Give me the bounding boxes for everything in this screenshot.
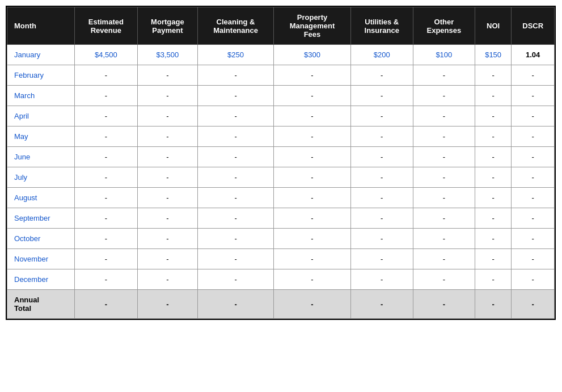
table-row: May-------- bbox=[7, 127, 555, 147]
cell-other_expenses: - bbox=[413, 229, 475, 249]
cell-cleaning_maintenance: - bbox=[197, 127, 273, 147]
cell-annual-utilities_insurance: - bbox=[350, 290, 413, 319]
cell-estimated_revenue: - bbox=[74, 147, 137, 167]
cell-mortgage_payment: - bbox=[137, 249, 197, 269]
cell-month: April bbox=[7, 106, 75, 127]
cell-dscr: - bbox=[512, 269, 555, 290]
header-dscr: DSCR bbox=[512, 7, 555, 45]
cell-other_expenses: - bbox=[413, 127, 475, 147]
cell-noi: - bbox=[475, 86, 511, 106]
cell-month: February bbox=[7, 65, 75, 86]
cell-cleaning_maintenance: - bbox=[197, 188, 273, 208]
cell-utilities_insurance: - bbox=[350, 208, 413, 229]
cell-noi: - bbox=[475, 249, 511, 269]
cell-noi: - bbox=[475, 229, 511, 249]
table-row: August-------- bbox=[7, 188, 555, 208]
cell-estimated_revenue: - bbox=[74, 249, 137, 269]
cell-utilities_insurance: - bbox=[350, 249, 413, 269]
cell-mortgage_payment: $3,500 bbox=[137, 45, 197, 65]
cell-estimated_revenue: $4,500 bbox=[74, 45, 137, 65]
cell-month: October bbox=[7, 229, 75, 249]
table-row: November-------- bbox=[7, 249, 555, 269]
header-month: Month bbox=[7, 7, 75, 45]
cell-property_management_fees: - bbox=[274, 249, 350, 269]
cell-noi: - bbox=[475, 188, 511, 208]
cell-noi: - bbox=[475, 127, 511, 147]
cell-mortgage_payment: - bbox=[137, 208, 197, 229]
cell-property_management_fees: - bbox=[274, 86, 350, 106]
cell-month: December bbox=[7, 269, 75, 290]
cell-property_management_fees: - bbox=[274, 167, 350, 188]
cell-utilities_insurance: - bbox=[350, 86, 413, 106]
cell-utilities_insurance: - bbox=[350, 127, 413, 147]
cell-estimated_revenue: - bbox=[74, 167, 137, 188]
cell-estimated_revenue: - bbox=[74, 229, 137, 249]
cell-utilities_insurance: - bbox=[350, 106, 413, 127]
cell-dscr: - bbox=[512, 147, 555, 167]
cell-noi: - bbox=[475, 106, 511, 127]
cell-month: July bbox=[7, 167, 75, 188]
financial-table: Month EstimatedRevenue MortgagePayment C… bbox=[6, 6, 556, 320]
table-row: October-------- bbox=[7, 229, 555, 249]
cell-cleaning_maintenance: - bbox=[197, 106, 273, 127]
cell-utilities_insurance: - bbox=[350, 167, 413, 188]
cell-mortgage_payment: - bbox=[137, 65, 197, 86]
cell-other_expenses: - bbox=[413, 249, 475, 269]
cell-estimated_revenue: - bbox=[74, 86, 137, 106]
cell-mortgage_payment: - bbox=[137, 127, 197, 147]
cell-annual-estimated_revenue: - bbox=[74, 290, 137, 319]
cell-mortgage_payment: - bbox=[137, 106, 197, 127]
cell-month: May bbox=[7, 127, 75, 147]
cell-utilities_insurance: - bbox=[350, 147, 413, 167]
cell-annual-mortgage_payment: - bbox=[137, 290, 197, 319]
cell-estimated_revenue: - bbox=[74, 127, 137, 147]
cell-mortgage_payment: - bbox=[137, 269, 197, 290]
cell-dscr: - bbox=[512, 86, 555, 106]
cell-other_expenses: - bbox=[413, 269, 475, 290]
cell-estimated_revenue: - bbox=[74, 65, 137, 86]
cell-cleaning_maintenance: $250 bbox=[197, 45, 273, 65]
cell-estimated_revenue: - bbox=[74, 188, 137, 208]
cell-mortgage_payment: - bbox=[137, 86, 197, 106]
table-header-row: Month EstimatedRevenue MortgagePayment C… bbox=[7, 7, 555, 45]
cell-property_management_fees: - bbox=[274, 229, 350, 249]
table-row: January$4,500$3,500$250$300$200$100$1501… bbox=[7, 45, 555, 65]
cell-utilities_insurance: - bbox=[350, 65, 413, 86]
cell-cleaning_maintenance: - bbox=[197, 147, 273, 167]
cell-mortgage_payment: - bbox=[137, 167, 197, 188]
table-row: July-------- bbox=[7, 167, 555, 188]
cell-annual-cleaning_maintenance: - bbox=[197, 290, 273, 319]
cell-noi: - bbox=[475, 167, 511, 188]
cell-mortgage_payment: - bbox=[137, 229, 197, 249]
table-row: December-------- bbox=[7, 269, 555, 290]
cell-cleaning_maintenance: - bbox=[197, 249, 273, 269]
cell-cleaning_maintenance: - bbox=[197, 86, 273, 106]
table-row: April-------- bbox=[7, 106, 555, 127]
cell-utilities_insurance: - bbox=[350, 229, 413, 249]
table-row: March-------- bbox=[7, 86, 555, 106]
cell-annual-other_expenses: - bbox=[413, 290, 475, 319]
cell-month: August bbox=[7, 188, 75, 208]
cell-cleaning_maintenance: - bbox=[197, 167, 273, 188]
cell-noi: - bbox=[475, 65, 511, 86]
cell-noi: - bbox=[475, 269, 511, 290]
cell-dscr: - bbox=[512, 127, 555, 147]
cell-noi: - bbox=[475, 208, 511, 229]
cell-month: June bbox=[7, 147, 75, 167]
table-row: September-------- bbox=[7, 208, 555, 229]
cell-cleaning_maintenance: - bbox=[197, 269, 273, 290]
cell-dscr: - bbox=[512, 249, 555, 269]
cell-annual-property_management_fees: - bbox=[274, 290, 350, 319]
cell-annual-noi: - bbox=[475, 290, 511, 319]
header-utilities-insurance: Utilities &Insurance bbox=[350, 7, 413, 45]
table-row: June-------- bbox=[7, 147, 555, 167]
cell-other_expenses: $100 bbox=[413, 45, 475, 65]
cell-other_expenses: - bbox=[413, 86, 475, 106]
cell-month: September bbox=[7, 208, 75, 229]
cell-utilities_insurance: - bbox=[350, 188, 413, 208]
cell-property_management_fees: $300 bbox=[274, 45, 350, 65]
cell-property_management_fees: - bbox=[274, 188, 350, 208]
cell-month: January bbox=[7, 45, 75, 65]
cell-other_expenses: - bbox=[413, 106, 475, 127]
cell-other_expenses: - bbox=[413, 167, 475, 188]
